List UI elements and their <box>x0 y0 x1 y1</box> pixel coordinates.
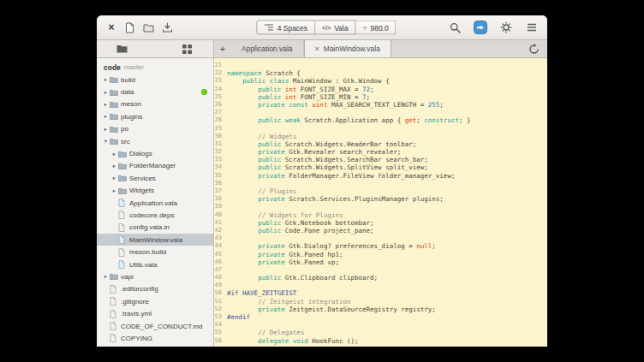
line-number: 41 <box>214 219 227 227</box>
goto-line-button[interactable]: ÷ 980.0 <box>356 21 397 35</box>
tree-item-label: Dialogs <box>129 150 152 157</box>
code-text: // Zeitgeist integration <box>227 298 351 306</box>
tree-file-.gitignore[interactable]: .gitignore <box>97 295 213 307</box>
code-line: 50#if HAVE_ZEITGEIST <box>214 289 547 297</box>
code-text: public Code.Pane project_pane; <box>227 227 374 234</box>
app-menu-button[interactable] <box>524 20 540 35</box>
new-tab-button[interactable]: + <box>214 40 231 57</box>
tree-item-label: config.vala.in <box>129 223 170 231</box>
tree-file-.travis.yml[interactable]: .travis.yml <box>97 307 213 319</box>
line-number: 47 <box>214 266 227 274</box>
tree-item-label: po <box>121 125 128 133</box>
chevron-right-icon[interactable]: ▸ <box>110 187 118 194</box>
close-tab-icon[interactable]: × <box>315 45 319 53</box>
folder-icon <box>110 76 121 83</box>
tree-folder-plugins[interactable]: ▸plugins <box>97 110 213 122</box>
tree-file-Application.vala[interactable]: Application.vala <box>97 197 213 209</box>
share-button[interactable] <box>473 20 488 35</box>
code-line: 27 <box>214 109 547 116</box>
window-close-button[interactable]: × <box>104 22 118 33</box>
tree-folder-meson[interactable]: ▸meson <box>97 98 213 110</box>
chevron-right-icon[interactable]: ▸ <box>102 101 110 108</box>
new-document-button[interactable] <box>122 20 137 35</box>
folder-icon <box>110 126 121 133</box>
line-number: 21 <box>214 62 227 69</box>
grid-view-button[interactable] <box>179 41 194 56</box>
tree-folder-FolderManager[interactable]: ▸FolderManager <box>97 160 213 172</box>
search-button[interactable] <box>447 20 462 35</box>
tree-file-meson.build[interactable]: meson.build <box>97 246 213 258</box>
tree-file-MainWindow.vala[interactable]: MainWindow.vala <box>97 234 213 246</box>
code-line: 37 // Plugins <box>214 187 547 195</box>
code-area[interactable]: 2122namespace Scratch {23 public class M… <box>214 58 547 347</box>
tree-folder-po[interactable]: ▸po <box>97 123 213 135</box>
tree-folder-src[interactable]: ▾src <box>97 135 213 147</box>
code-line: 28 public weak Scratch.Application app {… <box>214 116 547 124</box>
tab-application-vala[interactable]: Application.vala <box>231 40 304 57</box>
syntax-button[interactable]: </> Vala <box>315 21 356 35</box>
project-root[interactable]: code master <box>97 61 213 74</box>
tree-file-CODE_OF_CONDUCT.md[interactable]: CODE_OF_CONDUCT.md <box>97 320 213 332</box>
settings-gear-button[interactable] <box>498 20 514 35</box>
code-line: 52 private Zeitgeist.DataSourceRegistry … <box>214 306 547 313</box>
projects-folder-button[interactable] <box>114 41 129 56</box>
chevron-right-icon[interactable]: ▸ <box>102 89 110 96</box>
code-line: 21 <box>214 62 547 69</box>
history-button[interactable] <box>526 41 541 56</box>
tree-item-label: CODE_OF_CONDUCT.md <box>121 323 203 330</box>
line-number: 36 <box>214 180 227 187</box>
line-number: 37 <box>214 187 227 195</box>
line-number: 39 <box>214 203 227 211</box>
code-line: 55 // Delegates <box>214 329 547 336</box>
code-line: 34 public Scratch.Widgets.SplitView spli… <box>214 163 547 171</box>
chevron-down-icon[interactable]: ▾ <box>102 138 110 145</box>
line-number: 31 <box>214 140 227 148</box>
tab-mainwindow-vala[interactable]: × MainWindow.vala <box>304 40 391 57</box>
code-line: 43 <box>214 234 547 242</box>
chevron-right-icon[interactable]: ▸ <box>110 175 118 181</box>
file-icon <box>118 248 129 257</box>
tree-folder-vapi[interactable]: ▸vapi <box>97 270 213 282</box>
line-number: 32 <box>214 148 227 156</box>
branch-name: master <box>124 63 144 71</box>
main-content: code master ▸build▸data▸meson▸plugins▸po… <box>97 58 547 347</box>
tree-folder-data[interactable]: ▸data <box>97 86 213 98</box>
tab-bar: + Application.vala × MainWindow.vala <box>214 40 547 57</box>
save-document-button[interactable] <box>159 20 175 35</box>
tree-folder-Widgets[interactable]: ▸Widgets <box>97 185 213 197</box>
tree-file-.editorconfig[interactable]: .editorconfig <box>97 283 213 295</box>
code-line: 39 <box>214 203 547 211</box>
tree-folder-Dialogs[interactable]: ▸Dialogs <box>97 147 213 159</box>
chevron-right-icon[interactable]: ▸ <box>102 76 110 83</box>
line-number: 45 <box>214 251 227 258</box>
tree-folder-build[interactable]: ▸build <box>97 74 213 86</box>
tree-file-Utils.vala[interactable]: Utils.vala <box>97 258 213 270</box>
tree-file-config.vala.in[interactable]: config.vala.in <box>97 222 213 234</box>
code-line: 35 private FolderManager.FileView folder… <box>214 172 547 180</box>
code-line: 47 <box>214 266 547 274</box>
chevron-right-icon[interactable]: ▸ <box>102 126 110 133</box>
chevron-right-icon[interactable]: ▸ <box>102 273 110 280</box>
open-folder-button[interactable] <box>140 20 156 35</box>
line-number: 28 <box>214 116 227 124</box>
tree-file-codecore.deps[interactable]: codecore.deps <box>97 209 213 221</box>
tab-label: Application.vala <box>242 45 293 53</box>
tree-item-label: src <box>121 138 130 145</box>
code-text: namespace Scratch { <box>227 69 301 77</box>
sidebar-header <box>97 40 214 57</box>
tab-label: MainWindow.vala <box>324 45 380 53</box>
code-line: 56 delegate void HookFunc (); <box>214 337 547 345</box>
line-number: 22 <box>214 69 227 77</box>
code-text: // Plugins <box>227 187 296 195</box>
tree-file-COPYING[interactable]: COPYING <box>97 332 213 344</box>
indentation-button[interactable]: 4 Spaces <box>257 21 315 35</box>
tree-folder-Services[interactable]: ▸Services <box>97 172 213 184</box>
chevron-right-icon[interactable]: ▸ <box>102 113 110 120</box>
line-number: 24 <box>214 86 227 93</box>
code-text: public weak Scratch.Application app { ge… <box>227 116 470 124</box>
code-line: 24 public int FONT_SIZE_MAX = 72; <box>214 86 547 93</box>
chevron-right-icon[interactable]: ▸ <box>110 163 118 169</box>
chevron-right-icon[interactable]: ▸ <box>110 151 118 157</box>
line-number: 43 <box>214 234 227 242</box>
toolbar-actions <box>447 20 540 35</box>
